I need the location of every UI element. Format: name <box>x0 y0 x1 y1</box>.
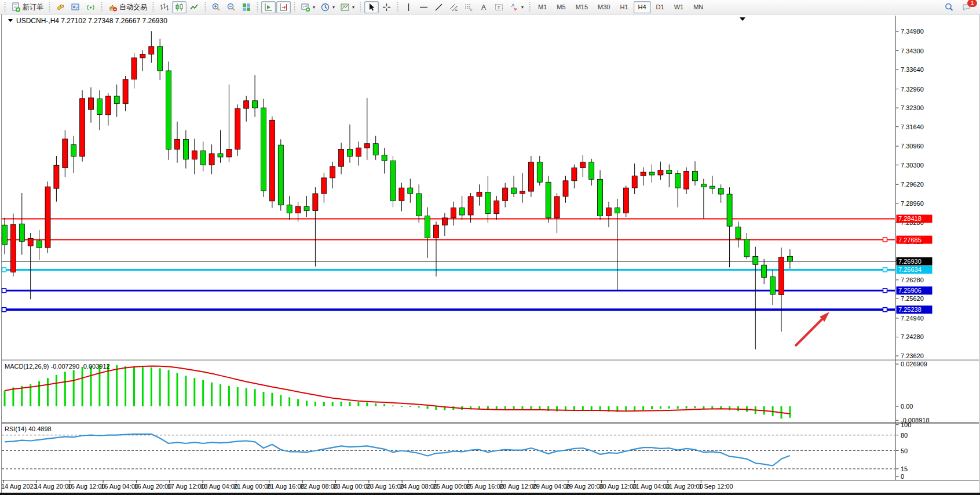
candle <box>166 61 171 160</box>
timeframe-m1[interactable]: M1 <box>533 1 551 13</box>
date-tick-label: 25 Aug 00:00 <box>433 483 471 490</box>
text-label-button[interactable]: T <box>492 1 506 13</box>
timeframe-m30[interactable]: M30 <box>593 1 615 13</box>
trendline-button[interactable] <box>432 1 446 13</box>
toolbar-drag-handle[interactable] <box>256 2 259 12</box>
date-tick-label: 30 Aug 12:00 <box>599 483 637 490</box>
toolbar-group-5 <box>260 1 292 13</box>
level-handle[interactable] <box>883 308 887 312</box>
date-tick-label: 15 Aug 12:00 <box>68 483 105 490</box>
level-handle[interactable] <box>883 268 887 272</box>
macd-histogram-bar <box>47 378 49 406</box>
auto-scroll-icon <box>264 2 273 12</box>
candle <box>45 181 50 253</box>
template-button[interactable]: ▾ <box>338 1 357 13</box>
zoom-out-icon <box>226 2 236 12</box>
timeframe-d1[interactable]: D1 <box>652 1 669 13</box>
toolbar-drag-handle[interactable] <box>152 2 155 12</box>
auto-scroll-button[interactable] <box>261 1 276 13</box>
macd-histogram-bar <box>263 392 265 406</box>
timeframe-d1-label: D1 <box>656 3 664 10</box>
horizontal-line-button[interactable] <box>416 1 431 13</box>
fibonacci-button[interactable]: F <box>462 1 476 13</box>
chart-shift-icon <box>279 2 288 12</box>
price-tick-label: 7.25620 <box>901 295 924 302</box>
timeframe-h4-label: H4 <box>638 3 646 10</box>
dropdown-caret-icon[interactable]: ▾ <box>332 5 335 10</box>
timeframe-w1[interactable]: W1 <box>670 1 689 13</box>
level-handle[interactable] <box>2 289 6 293</box>
level-handle[interactable] <box>2 308 6 312</box>
price-tick-label: 7.33640 <box>901 66 924 73</box>
price-tag-label: 7.26930 <box>898 258 922 265</box>
template-icon <box>340 2 350 12</box>
level-handle[interactable] <box>883 238 887 242</box>
macd-histogram-bar <box>73 370 75 406</box>
search-icon <box>944 2 954 12</box>
toolbar-group-2: 自动交易 <box>104 1 151 13</box>
cursor-button[interactable] <box>364 1 379 13</box>
arrows-icon <box>509 2 519 12</box>
date-tick-label: 31 Aug 04:00 <box>632 483 670 490</box>
toolbar-drag-handle[interactable] <box>359 2 362 12</box>
new-order-button[interactable]: 新订单 <box>9 1 46 13</box>
timeframe-m5[interactable]: M5 <box>552 1 570 13</box>
vertical-line-button[interactable] <box>401 1 416 13</box>
toolbar-group-9: M1M5M15M30H1H4D1W1MN <box>532 1 709 13</box>
toolbar-drag-handle[interactable] <box>396 2 399 12</box>
chart-shift-button[interactable] <box>276 1 291 13</box>
new-chart-button[interactable]: ▾ <box>298 1 317 13</box>
text-button[interactable]: A <box>477 1 491 13</box>
autotrade-button[interactable]: 自动交易 <box>105 1 149 13</box>
cursor-icon <box>367 2 376 12</box>
macd-histogram-bar <box>306 401 308 406</box>
timeframe-m15[interactable]: M15 <box>571 1 593 13</box>
macd-histogram-bar <box>142 367 144 406</box>
dropdown-caret-icon[interactable]: ▾ <box>313 5 315 10</box>
zoom-out-button[interactable] <box>224 1 239 13</box>
hline-icon <box>419 2 429 12</box>
candle <box>528 156 533 197</box>
arrows-button[interactable]: ▾ <box>507 1 526 13</box>
signals-button[interactable] <box>83 1 98 13</box>
equidistant-channel-button[interactable]: E <box>447 1 461 13</box>
dropdown-caret-icon[interactable]: ▾ <box>352 5 354 10</box>
date-tick-label: 18 Aug 04:00 <box>200 483 238 490</box>
toolbar-drag-handle[interactable] <box>293 2 296 12</box>
dropdown-caret-icon[interactable]: ▾ <box>521 5 524 10</box>
rsi-axis-label: 50 <box>901 447 908 454</box>
level-handle[interactable] <box>2 268 6 272</box>
label-icon: T <box>494 2 504 12</box>
chart-period-button[interactable]: ▾ <box>318 1 337 13</box>
toolbar-drag-handle[interactable] <box>100 2 103 12</box>
macd-histogram-bar <box>202 380 204 406</box>
notifications-button[interactable]: 1 <box>960 1 974 13</box>
level-handle[interactable] <box>883 289 887 293</box>
crosshair-button[interactable] <box>379 1 394 13</box>
market-watch-button[interactable] <box>68 1 83 13</box>
date-tick-label: 23 Aug 16:00 <box>367 483 404 490</box>
toolbar-drag-handle[interactable] <box>3 2 6 12</box>
svg-text:E: E <box>455 8 458 12</box>
notification-badge: 1 <box>967 0 977 7</box>
macd-histogram-bar <box>288 397 290 406</box>
tile-windows-button[interactable] <box>239 1 254 13</box>
timeframe-mn[interactable]: MN <box>689 1 708 13</box>
macd-histogram-bar <box>271 393 273 406</box>
window-bottom-edge <box>0 493 980 495</box>
toolbar-drag-handle[interactable] <box>204 2 207 12</box>
timeframe-h4[interactable]: H4 <box>634 1 651 13</box>
toolbar-drag-handle[interactable] <box>48 2 51 12</box>
zoom-in-button[interactable] <box>209 1 224 13</box>
macd-axis-label: 0.026909 <box>901 361 927 367</box>
bar-chart-button[interactable] <box>157 1 171 13</box>
price-tick-label: 7.34980 <box>901 28 924 35</box>
toolbar-drag-handle[interactable] <box>528 2 531 12</box>
line-chart-button[interactable] <box>187 1 202 13</box>
chart-window[interactable]: 7.349807.343007.336407.329607.323007.316… <box>0 0 980 495</box>
timeframe-h1[interactable]: H1 <box>615 1 632 13</box>
styler-button[interactable] <box>53 1 68 13</box>
new-chart-icon <box>301 2 310 12</box>
search-button[interactable] <box>942 1 956 13</box>
candlestick-button[interactable] <box>172 1 187 13</box>
